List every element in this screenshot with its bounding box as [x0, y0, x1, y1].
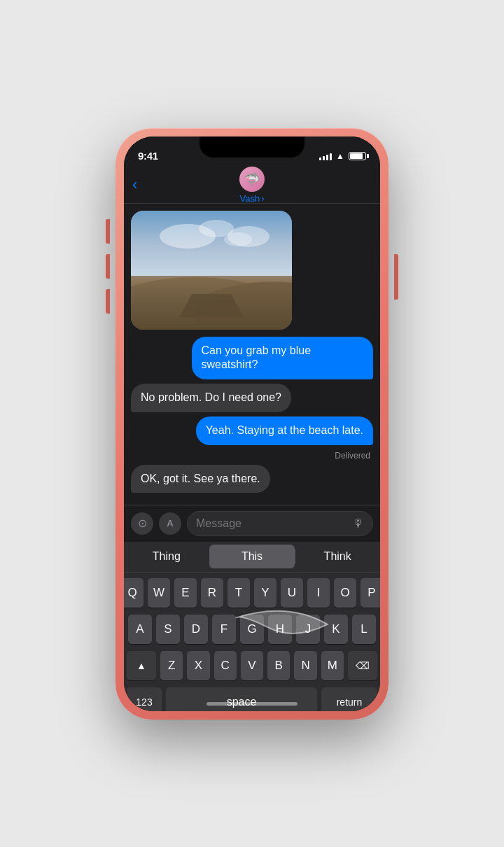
pred-word-0[interactable]: Thing	[124, 545, 209, 568]
contact-name: Vash ›	[239, 193, 264, 204]
home-indicator	[206, 702, 298, 706]
key-k[interactable]: K	[324, 615, 348, 644]
numbers-button[interactable]: 123	[127, 687, 162, 711]
signal-bar-3	[326, 155, 328, 160]
image-message	[131, 211, 373, 330]
mic-icon: 🎙	[353, 517, 364, 530]
messages-area: Can you grab my blue sweatshirt? No prob…	[124, 204, 380, 505]
key-row-2: A S D F G H J K L	[127, 615, 377, 644]
key-q[interactable]: Q	[124, 578, 144, 608]
apps-icon: A	[167, 518, 173, 528]
key-t[interactable]: T	[227, 578, 250, 608]
predictive-bar: Thing This Think	[124, 542, 380, 573]
signal-icon	[319, 152, 332, 160]
keyboard-container: Thing This Think Q W E R T Y U I O	[124, 542, 380, 711]
back-chevron-icon: ‹	[132, 176, 137, 194]
phone-screen: 9:41 ▲ ‹ 🦈	[124, 136, 380, 711]
pred-word-1[interactable]: This	[209, 545, 295, 568]
message-input-container[interactable]: 🎙	[187, 511, 373, 536]
notch	[200, 136, 304, 158]
shift-button[interactable]: ▲	[127, 651, 156, 680]
phone-frame: 9:41 ▲ ‹ 🦈	[115, 128, 388, 720]
status-time: 9:41	[138, 150, 158, 162]
shared-image[interactable]	[131, 211, 292, 330]
key-f[interactable]: F	[212, 615, 236, 644]
clouds	[147, 220, 276, 262]
key-row-1: Q W E R T Y U I O P	[127, 578, 377, 608]
key-w[interactable]: W	[148, 578, 170, 608]
key-x[interactable]: X	[187, 651, 209, 680]
delete-button[interactable]: ⌫	[348, 651, 377, 680]
key-l[interactable]: L	[352, 615, 376, 644]
key-y[interactable]: Y	[254, 578, 276, 608]
keyboard: Q W E R T Y U I O P A S D F G	[124, 573, 380, 711]
camera-button[interactable]: ⊙	[131, 512, 153, 535]
key-b[interactable]: B	[267, 651, 290, 680]
key-a[interactable]: A	[128, 615, 152, 644]
space-button[interactable]: space	[166, 687, 317, 711]
key-row-4: 123 space return	[127, 687, 377, 711]
battery-fill	[350, 153, 363, 159]
message-received-2: OK, got it. See ya there.	[131, 465, 373, 493]
key-row-3: ▲ Z X C V B N M ⌫	[127, 651, 377, 680]
pred-word-2[interactable]: Think	[295, 545, 380, 568]
avatar: 🦈	[239, 167, 265, 192]
delete-icon: ⌫	[356, 660, 370, 671]
input-area: ⊙ A 🎙	[124, 505, 380, 542]
key-p[interactable]: P	[360, 578, 380, 608]
delivered-status: Delivered	[131, 451, 373, 461]
message-sent-1: Can you grab my blue sweatshirt?	[131, 337, 373, 380]
return-button[interactable]: return	[321, 687, 377, 711]
key-n[interactable]: N	[294, 651, 316, 680]
key-r[interactable]: R	[201, 578, 223, 608]
message-input[interactable]	[196, 517, 347, 530]
key-e[interactable]: E	[174, 578, 197, 608]
avatar-icon: 🦈	[244, 172, 260, 187]
bubble-received-2: OK, got it. See ya there.	[131, 465, 270, 493]
message-sent-2: Yeah. Staying at the beach late.	[131, 416, 373, 445]
battery-icon	[349, 152, 366, 160]
key-j[interactable]: J	[296, 615, 320, 644]
signal-bar-2	[323, 156, 325, 160]
key-c[interactable]: C	[214, 651, 237, 680]
nav-bar: ‹ 🦈 Vash ›	[124, 167, 380, 204]
key-i[interactable]: I	[307, 578, 330, 608]
bubble-sent-1: Can you grab my blue sweatshirt?	[192, 337, 374, 380]
key-m[interactable]: M	[321, 651, 344, 680]
key-d[interactable]: D	[184, 615, 208, 644]
camera-icon: ⊙	[138, 517, 147, 530]
key-g[interactable]: G	[240, 615, 264, 644]
shift-icon: ▲	[136, 660, 146, 671]
bubble-sent-2: Yeah. Staying at the beach late.	[196, 416, 373, 445]
signal-bar-4	[330, 153, 332, 160]
back-button[interactable]: ‹	[132, 176, 139, 194]
message-received-1: No problem. Do I need one?	[131, 384, 373, 412]
contact-info[interactable]: 🦈 Vash ›	[239, 167, 265, 204]
key-u[interactable]: U	[281, 578, 303, 608]
apps-button[interactable]: A	[159, 512, 181, 535]
key-h[interactable]: H	[268, 615, 292, 644]
key-v[interactable]: V	[241, 651, 263, 680]
key-o[interactable]: O	[334, 578, 356, 608]
bubble-received-1: No problem. Do I need one?	[131, 384, 291, 412]
key-z[interactable]: Z	[160, 651, 183, 680]
status-icons: ▲	[319, 151, 366, 161]
signal-bar-1	[319, 158, 321, 160]
key-s[interactable]: S	[156, 615, 180, 644]
wifi-icon: ▲	[336, 151, 344, 161]
